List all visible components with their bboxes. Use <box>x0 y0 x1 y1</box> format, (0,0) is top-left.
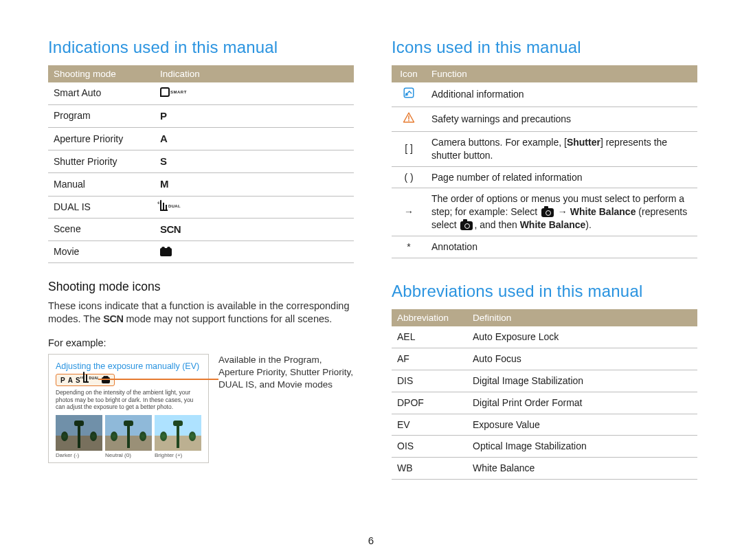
page-columns: Indications used in this manual Shooting… <box>48 38 697 480</box>
svg-point-2 <box>408 120 409 121</box>
indication-cell: P <box>155 104 354 127</box>
abbr-cell: AF <box>392 348 467 370</box>
note-icon <box>403 87 415 99</box>
example-title: Adjusting the exposure manually (EV) <box>56 361 201 371</box>
smart-auto-icon: SMART <box>160 87 186 100</box>
indications-table: Shooting mode Indication Smart Auto SMAR… <box>48 65 354 263</box>
thumb-label: Neutral (0) <box>105 452 152 458</box>
table-row: OISOptical Image Stabilization <box>392 436 697 458</box>
icon-cell: ( ) <box>392 166 426 188</box>
function-cell: Annotation <box>426 236 697 258</box>
icons-title: Icons used in this manual <box>392 38 697 57</box>
table-row: DPOFDigital Print Order Format <box>392 392 697 414</box>
mode-cell: Program <box>48 104 155 127</box>
thumb-item: Darker (-) <box>56 415 102 458</box>
def-cell: Auto Exposure Lock <box>467 326 697 348</box>
abbreviations-title: Abbreviations used in this manual <box>392 282 697 301</box>
for-example-label: For example: <box>48 337 354 348</box>
mode-cell: Movie <box>48 241 155 263</box>
left-column: Indications used in this manual Shooting… <box>48 38 354 480</box>
indication-cell: SMART <box>155 82 354 104</box>
mode-strip: P A S ‹‹DUAL <box>56 374 115 386</box>
def-cell: Digital Print Order Format <box>467 392 697 414</box>
function-cell: Additional information <box>426 82 697 107</box>
icon-cell <box>392 82 426 107</box>
function-cell: Safety warnings and precautions <box>426 107 697 131</box>
table-row: ( ) Page number of related information <box>392 166 697 188</box>
table-row: AELAuto Exposure Lock <box>392 326 697 348</box>
table-row: Movie <box>48 241 354 263</box>
abbr-cell: DPOF <box>392 392 467 414</box>
def-cell: Digital Image Stabilization <box>467 370 697 392</box>
abbr-cell: OIS <box>392 436 467 458</box>
indications-title: Indications used in this manual <box>48 38 354 57</box>
thumb-label: Brighter (+) <box>155 452 201 458</box>
indication-cell: A <box>155 127 354 150</box>
table-row: Scene SCN <box>48 218 354 240</box>
table-row: DUAL IS ‹‹DUAL <box>48 196 354 218</box>
dual-is-icon: ‹‹DUAL <box>160 201 180 214</box>
mode-cell: DUAL IS <box>48 196 155 218</box>
example-thumbs: Darker (-) Neutral (0) Brighter (+) <box>56 415 201 458</box>
icon-cell: * <box>392 236 426 258</box>
abbr-cell: DIS <box>392 370 467 392</box>
indication-cell: SCN <box>155 218 354 240</box>
mode-strip-dual-icon: ‹‹DUAL <box>83 376 99 384</box>
thumb-brighter <box>155 415 201 451</box>
table-row: Safety warnings and precautions <box>392 107 697 131</box>
indication-cell: M <box>155 173 354 196</box>
mode-strip-icon: S <box>76 377 80 384</box>
mode-cell: Shutter Priority <box>48 150 155 173</box>
shooting-mode-icons-title: Shooting mode icons <box>48 280 354 294</box>
def-cell: Exposure Value <box>467 414 697 436</box>
mode-cell: Scene <box>48 218 155 240</box>
icons-table: Icon Function Additional information <box>392 65 697 258</box>
svg-rect-0 <box>404 88 414 98</box>
example-hint: Depending on the intensity of the ambien… <box>56 389 201 411</box>
th-shooting-mode: Shooting mode <box>48 65 155 82</box>
page-number: 6 <box>368 535 374 546</box>
mode-cell: Manual <box>48 173 155 196</box>
mode-strip-movie-icon <box>102 377 110 383</box>
table-row: WBWhite Balance <box>392 458 697 480</box>
icon-cell: → <box>392 188 426 236</box>
th-icon: Icon <box>392 65 426 82</box>
table-row: Shutter Priority S <box>48 150 354 173</box>
mode-strip-icon: P <box>60 377 65 384</box>
def-cell: Optical Image Stabilization <box>467 436 697 458</box>
shooting-mode-icons-text: These icons indicate that a function is … <box>48 300 354 326</box>
th-definition: Definition <box>467 309 697 326</box>
table-row: Aperture Priority A <box>48 127 354 150</box>
table-row: AFAuto Focus <box>392 348 697 370</box>
table-row: Smart Auto SMART <box>48 82 354 104</box>
mode-strip-icon: A <box>68 377 73 384</box>
abbr-cell: EV <box>392 414 467 436</box>
table-row: * Annotation <box>392 236 697 258</box>
icon-cell <box>392 107 426 131</box>
example-row: Adjusting the exposure manually (EV) P A… <box>48 354 354 463</box>
def-cell: White Balance <box>467 458 697 480</box>
table-row: [ ] Camera buttons. For example, [Shutte… <box>392 131 697 166</box>
abbreviations-table: Abbreviation Definition AELAuto Exposure… <box>392 309 697 480</box>
thumb-darker <box>56 415 102 451</box>
warning-icon <box>403 111 415 124</box>
table-row: Manual M <box>48 173 354 196</box>
function-cell: Page number of related information <box>426 166 697 188</box>
example-box: Adjusting the exposure manually (EV) P A… <box>48 354 209 463</box>
function-cell: The order of options or menus you must s… <box>426 188 697 236</box>
right-column: Icons used in this manual Icon Function <box>392 38 697 480</box>
function-cell: Camera buttons. For example, [Shutter] r… <box>426 131 697 166</box>
abbr-cell: AEL <box>392 326 467 348</box>
th-indication: Indication <box>155 65 354 82</box>
mode-cell: Aperture Priority <box>48 127 155 150</box>
thumb-item: Brighter (+) <box>155 415 201 458</box>
table-row: EVExposure Value <box>392 414 697 436</box>
table-row: Additional information <box>392 82 697 107</box>
camera-button-icon <box>541 208 554 217</box>
example-note: Available in the Program, Aperture Prior… <box>218 354 354 392</box>
thumb-item: Neutral (0) <box>105 415 152 458</box>
camera-button-icon <box>460 221 473 230</box>
indication-cell: ‹‹DUAL <box>155 196 354 218</box>
table-row: → The order of options or menus you must… <box>392 188 697 236</box>
th-function: Function <box>426 65 697 82</box>
